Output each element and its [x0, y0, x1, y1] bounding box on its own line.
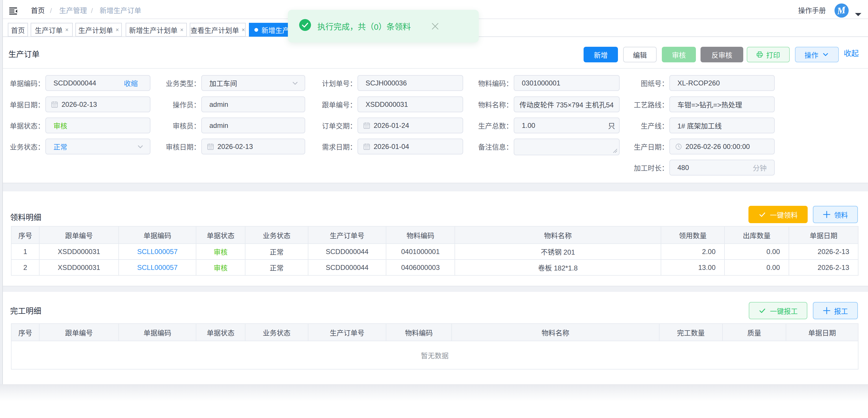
svg-text:M: M — [837, 4, 846, 17]
